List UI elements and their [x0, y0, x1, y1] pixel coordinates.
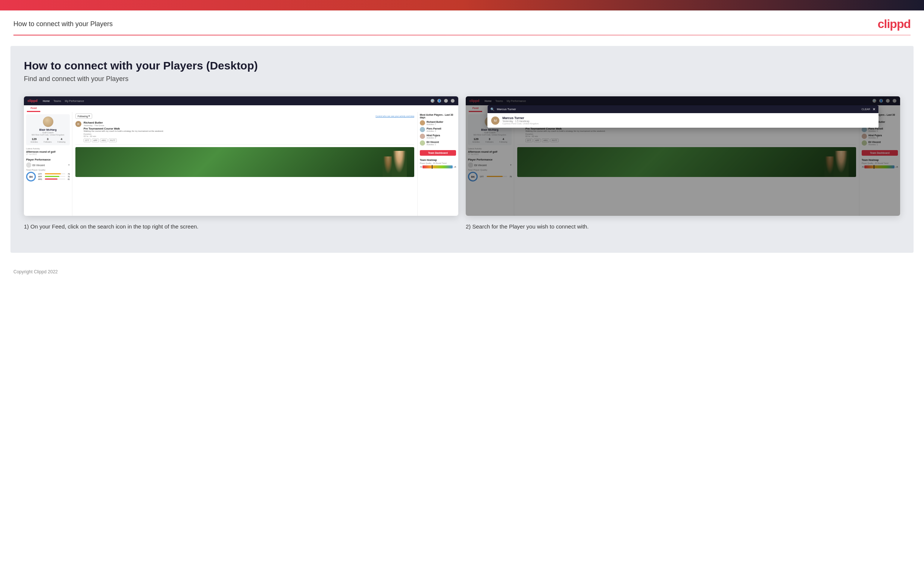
feed-tab[interactable]: Feed	[27, 105, 40, 112]
search-result[interactable]: M Marcus Turner Yesterday · 1.5 Handicap…	[487, 113, 879, 128]
player-activities-3: Activities: 3	[427, 136, 456, 139]
screenshots-row: clippd Home Teams My Performance 🔍 👤 ⚙ ●…	[24, 96, 900, 231]
avatar	[43, 117, 53, 127]
profile-name: Blair McHarg	[28, 128, 68, 132]
player-info-4: Eli Vincent Activities: 1	[427, 141, 456, 146]
latest-activity-date: 27 Jul 2022	[26, 153, 70, 155]
ott-value: 79	[66, 173, 70, 175]
screenshot-1-container: clippd Home Teams My Performance 🔍 👤 ⚙ ●…	[24, 96, 458, 231]
activity-user-sub: Yesterday - The Grove	[84, 124, 414, 127]
heatmap-minus: -5	[420, 166, 422, 168]
result-name: Marcus Turner	[502, 116, 875, 120]
header-divider	[13, 35, 911, 36]
app-fill	[45, 176, 59, 177]
avatar-icon[interactable]: ●	[451, 99, 455, 103]
player-info-2: Piers Parnell Activities: 4	[427, 127, 456, 132]
app-label: APP	[38, 175, 44, 178]
score-bar-ott: OTT 79	[38, 173, 70, 175]
app-nav-logo: clippd	[28, 99, 38, 103]
followers-stat: 3 Followers	[44, 137, 52, 143]
app-value: 70	[66, 175, 70, 178]
following-label: Following	[78, 115, 88, 118]
following-chevron: ▾	[89, 115, 90, 118]
result-info: Marcus Turner Yesterday · 1.5 Handicap C…	[502, 116, 875, 125]
score-bar-app: APP 70	[38, 175, 70, 178]
activity-card: R Richard Butler Yesterday - The Grove P…	[75, 121, 414, 145]
most-active-title: Most Active Players - Last 30 days	[420, 114, 456, 119]
arg-value: 61	[66, 178, 70, 180]
followers-count: 3	[44, 137, 52, 141]
team-heatmap-title: Team Heatmap	[420, 159, 456, 161]
close-button[interactable]: ✕	[872, 107, 875, 111]
profile-stats: 129 Activities 3 Followers 4 Following	[28, 137, 68, 143]
pp-player-name: Eli Vincent	[32, 164, 67, 167]
player-name-3: Hiral Pujara	[427, 134, 456, 136]
activity-avatar: R	[75, 121, 81, 127]
nav-icons: 🔍 👤 ⚙ ●	[430, 99, 455, 103]
player-list-item-3: Hiral Pujara Activities: 3	[420, 134, 456, 139]
player-list-item-1: Richard Butler Activities: 7	[420, 120, 456, 125]
nav-my-performance[interactable]: My Performance	[65, 100, 84, 102]
score-bars: OTT 79 APP	[38, 173, 70, 181]
tpq-score: 84 OTT 79	[26, 172, 70, 182]
activities-stat: 129 Activities	[31, 137, 38, 143]
arg-track	[45, 179, 65, 180]
player-name-2: Piers Parnell	[427, 127, 456, 130]
result-avatar: M	[491, 117, 499, 125]
activities-label: Activities	[31, 141, 38, 143]
top-bar	[0, 0, 924, 10]
clear-button[interactable]: CLEAR	[861, 108, 870, 110]
player-list-item-2: Piers Parnell Activities: 4	[420, 127, 456, 132]
search-input-display[interactable]: Marcus Turner	[497, 107, 859, 111]
tag-ott: OTT	[84, 138, 91, 142]
activity-content: Richard Butler Yesterday - The Grove Pre…	[84, 121, 414, 142]
app-track	[45, 176, 65, 177]
following-btn[interactable]: Following ▾	[75, 114, 92, 119]
score-circle: 84	[26, 172, 36, 182]
latest-activity: Latest Activity Afternoon round of golf …	[26, 148, 70, 155]
result-handicap: Yesterday · 1.5 Handicap	[502, 120, 875, 122]
result-club: Cypress Point Club, United Kingdom	[502, 122, 875, 125]
activity-user-name: Richard Butler	[84, 121, 414, 124]
settings-icon[interactable]: ⚙	[444, 99, 448, 103]
nav-home[interactable]: Home	[43, 100, 50, 102]
tag-app: APP	[92, 138, 99, 142]
profile-icon[interactable]: 👤	[437, 99, 441, 103]
following-stat: 4 Following	[57, 137, 65, 143]
following-count: 4	[57, 137, 65, 141]
golf-photo	[75, 147, 414, 177]
header: How to connect with your Players clippd	[0, 10, 924, 35]
ott-fill	[45, 173, 61, 174]
player-name-4: Eli Vincent	[427, 141, 456, 143]
main-subtitle: Find and connect with your Players	[24, 75, 900, 83]
player-info-3: Hiral Pujara Activities: 3	[427, 134, 456, 139]
app-left-panel: Blair McHarg Golf Coach Mill Ride Golf C…	[24, 112, 73, 216]
search-icon[interactable]: 🔍	[430, 99, 434, 103]
activities-count: 129	[31, 137, 38, 141]
followers-label: Followers	[44, 141, 52, 143]
main-content: How to connect with your Players (Deskto…	[10, 46, 914, 253]
player-avatar-1	[420, 120, 425, 125]
app-nav-1: clippd Home Teams My Performance 🔍 👤 ⚙ ●	[24, 96, 458, 105]
pp-arrow-icon[interactable]: ▾	[68, 164, 70, 167]
ott-label: OTT	[38, 173, 44, 175]
heatmap-marker	[432, 165, 432, 169]
player-activities-1: Activities: 7	[427, 123, 456, 125]
following-row: Following ▾ Control who can see your act…	[75, 114, 414, 119]
activity-tags: OTT APP ARG PUTT	[84, 138, 414, 142]
arg-fill	[45, 179, 57, 180]
app-right-panel: Most Active Players - Last 30 days Richa…	[417, 112, 458, 216]
tag-arg: ARG	[100, 138, 107, 142]
search-bar: 🔍 Marcus Turner CLEAR ✕	[487, 105, 879, 113]
pp-player-avatar	[26, 162, 31, 168]
player-performance-title: Player Performance	[26, 158, 70, 161]
control-link[interactable]: Control who can see your activity and da…	[375, 115, 414, 117]
activity-title: Pre Tournament Course Walk	[84, 127, 414, 130]
search-icon-overlay: 🔍	[490, 107, 494, 111]
team-dashboard-button[interactable]: Team Dashboard	[420, 150, 456, 156]
footer: Copyright Clippd 2022	[0, 263, 924, 281]
golf-figure-1	[392, 151, 407, 177]
nav-teams[interactable]: Teams	[53, 100, 61, 102]
activity-desc: Walking the course with my coach to buil…	[84, 130, 414, 132]
player-info-1: Richard Butler Activities: 7	[427, 120, 456, 125]
